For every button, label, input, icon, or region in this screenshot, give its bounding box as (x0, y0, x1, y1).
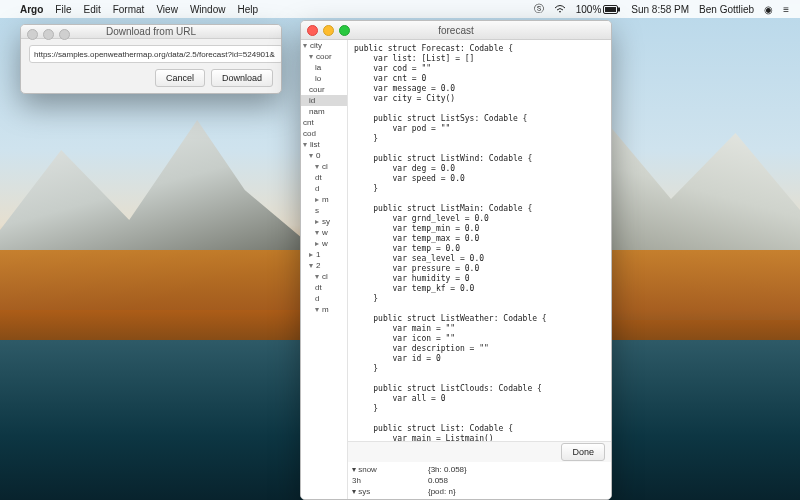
json-tree-sidebar[interactable]: citycoorlalocouridnamcntcodlist0cldtdmss… (301, 40, 348, 499)
tree-row[interactable]: w (301, 227, 347, 238)
tree-row[interactable]: d (301, 293, 347, 304)
wifi-icon[interactable] (554, 5, 566, 14)
download-button[interactable]: Download (211, 69, 273, 87)
tree-row[interactable]: list (301, 139, 347, 150)
app-name-menu[interactable]: Argo (20, 4, 43, 15)
window-titlebar[interactable]: forecast (301, 21, 611, 40)
tree-row[interactable]: 2 (301, 260, 347, 271)
tree-row[interactable]: nam (301, 106, 347, 117)
tree-row[interactable]: 1 (301, 249, 347, 260)
tree-row[interactable]: city (301, 40, 347, 51)
menu-edit[interactable]: Edit (83, 4, 100, 15)
tree-row[interactable]: m (301, 194, 347, 205)
download-url-dialog: Download from URL Cancel Download (20, 24, 282, 94)
generated-code-view[interactable]: public struct Forecast: Codable { var li… (348, 40, 611, 441)
battery-status[interactable]: 100% (576, 4, 622, 15)
dialog-titlebar[interactable]: Download from URL (21, 25, 281, 39)
battery-percent: 100% (576, 4, 602, 15)
menu-format[interactable]: Format (113, 4, 145, 15)
siri-icon[interactable]: ◉ (764, 4, 773, 15)
tree-row[interactable]: cour (301, 84, 347, 95)
cancel-button[interactable]: Cancel (155, 69, 205, 87)
tree-row[interactable]: la (301, 62, 347, 73)
close-icon[interactable] (307, 25, 318, 36)
tree-row[interactable]: cod (301, 128, 347, 139)
url-input[interactable] (29, 45, 282, 63)
inspector-row: ▾ sys{pod: n} (352, 486, 611, 497)
zoom-icon[interactable] (59, 29, 70, 40)
tree-row[interactable]: s (301, 205, 347, 216)
minimize-icon[interactable] (323, 25, 334, 36)
tree-row[interactable]: cnt (301, 117, 347, 128)
tree-row[interactable]: 0 (301, 150, 347, 161)
tree-row[interactable]: cl (301, 161, 347, 172)
menu-view[interactable]: View (156, 4, 178, 15)
menu-bar: Argo File Edit Format View Window Help ⓢ… (0, 0, 800, 18)
tree-row[interactable]: dt (301, 172, 347, 183)
inspector-row: ▾ snow{3h: 0.058} (352, 464, 611, 475)
svg-rect-2 (605, 7, 616, 12)
zoom-icon[interactable] (339, 25, 350, 36)
tree-row[interactable]: cl (301, 271, 347, 282)
svg-rect-1 (618, 7, 620, 11)
notification-center-icon[interactable]: ≡ (783, 4, 789, 15)
menu-file[interactable]: File (55, 4, 71, 15)
skype-status-icon[interactable]: ⓢ (534, 2, 544, 16)
minimize-icon[interactable] (43, 29, 54, 40)
menu-window[interactable]: Window (190, 4, 226, 15)
menu-help[interactable]: Help (237, 4, 258, 15)
tree-row[interactable]: coor (301, 51, 347, 62)
done-button[interactable]: Done (561, 443, 605, 461)
tree-row[interactable]: id (301, 95, 347, 106)
tree-row[interactable]: lo (301, 73, 347, 84)
tree-row[interactable]: d (301, 183, 347, 194)
tree-row[interactable]: sy (301, 216, 347, 227)
close-icon[interactable] (27, 29, 38, 40)
menu-user[interactable]: Ben Gottlieb (699, 4, 754, 15)
tree-row[interactable]: m (301, 304, 347, 315)
inspector-row: 3h0.058 (352, 475, 611, 486)
forecast-window: forecast citycoorlalocouridnamcntcodlist… (300, 20, 612, 500)
tree-row[interactable]: w (301, 238, 347, 249)
menu-clock[interactable]: Sun 8:58 PM (631, 4, 689, 15)
tree-row[interactable]: dt (301, 282, 347, 293)
property-inspector: ▾ snow{3h: 0.058} 3h0.058▾ sys{pod: n} (348, 462, 611, 499)
